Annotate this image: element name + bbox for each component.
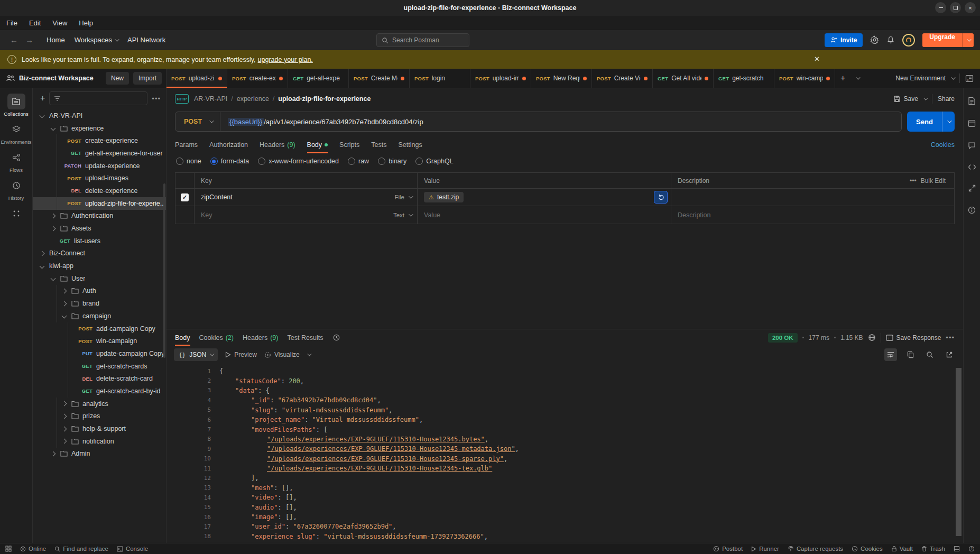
response-size[interactable]: 1.15 KB <box>840 334 863 341</box>
response-time[interactable]: 177 ms <box>809 334 829 341</box>
response-history-icon[interactable] <box>332 334 340 341</box>
upgrade-plan-link[interactable]: upgrade your plan. <box>258 56 313 63</box>
chevron-right-icon[interactable] <box>62 301 67 306</box>
sidebar-item-create-experience[interactable]: POSTcreate-experience <box>33 134 166 147</box>
sidebar-item-update-experience[interactable]: PATCHupdate-experience <box>33 160 166 172</box>
sidebar-item-upload-zip-file-for-experie[interactable]: POSTupload-zip-file-for-experie... <box>33 197 166 210</box>
sidebar-more-icon[interactable]: ••• <box>152 95 161 103</box>
sidebar-item-assets[interactable]: Assets <box>33 222 166 235</box>
tab-login[interactable]: POSTlogin <box>410 69 470 88</box>
environment-name[interactable]: New Environment <box>895 75 946 82</box>
sidebar-rail-environments[interactable]: Environments <box>1 122 31 145</box>
body-mode-binary[interactable]: binary <box>378 158 406 165</box>
tab-new-requ[interactable]: POSTNew Requ <box>531 69 592 88</box>
file-path-link[interactable]: "/uploads/experiences/EXP-9GLUEF/115310-… <box>267 445 515 453</box>
sidebar-item-kiwi-app[interactable]: kiwi-app <box>33 260 166 272</box>
tab-list-chevron-icon[interactable] <box>850 69 864 88</box>
key-cell[interactable]: zipContent <box>201 193 233 201</box>
sidebar-item-update-campaign-copy[interactable]: PUTupdate-campaign Copy <box>33 347 166 360</box>
vault-button[interactable]: Vault <box>891 546 913 552</box>
link-icon[interactable] <box>943 348 956 361</box>
tab-settings[interactable]: Settings <box>398 136 422 153</box>
file-path-link[interactable]: "/uploads/experiences/EXP-9GLUEF/115310-… <box>267 436 485 443</box>
tab-scripts[interactable]: Scripts <box>339 136 359 153</box>
sidebar-item-prizes[interactable]: prizes <box>33 410 166 423</box>
code-snippet-icon[interactable] <box>968 164 976 170</box>
sidebar-item-campaign[interactable]: campaign <box>33 310 166 322</box>
expand-panes-icon[interactable] <box>968 184 976 192</box>
sidebar-item-notification[interactable]: notification <box>33 435 166 448</box>
radio-unselected-icon[interactable] <box>415 158 423 165</box>
help-icon[interactable]: ? <box>968 546 975 552</box>
capture-requests-button[interactable]: Capture requests <box>788 546 843 552</box>
search-input[interactable]: Search Postman <box>376 33 469 47</box>
sidebar-item-win-campaign[interactable]: POSTwin-campaign <box>33 335 166 347</box>
chevron-down-icon[interactable] <box>51 126 56 131</box>
sidebar-item-delete-experience[interactable]: DELdelete-experience <box>33 184 166 197</box>
method-select[interactable]: POST <box>175 112 220 131</box>
cookies-link[interactable]: Cookies <box>931 141 955 149</box>
chevron-right-icon[interactable] <box>62 426 67 431</box>
panel-grid-icon[interactable] <box>5 546 12 552</box>
environment-chevron-icon[interactable] <box>951 75 955 79</box>
maximize-icon[interactable] <box>950 2 961 13</box>
nav-workspaces[interactable]: Workspaces <box>75 36 118 44</box>
sidebar-item-delete-scratch-card[interactable]: DELdelete-scratch-card <box>33 372 166 385</box>
invite-button[interactable]: Invite <box>825 33 863 47</box>
bulk-edit-button[interactable]: •••Bulk Edit <box>910 177 948 184</box>
workspace-name[interactable]: Biz-connect Workspace <box>19 75 101 82</box>
sidebar-rail-collections[interactable]: Collections <box>4 94 28 117</box>
type-dropdown[interactable]: File <box>394 194 412 200</box>
type-dropdown[interactable]: Text <box>393 212 412 218</box>
visualize-button[interactable]: Visualize <box>264 351 300 358</box>
runner-button[interactable]: Runner <box>751 546 779 552</box>
save-chevron-icon[interactable] <box>923 96 928 100</box>
menu-view[interactable]: View <box>52 19 67 27</box>
info-circle-icon[interactable] <box>968 206 976 214</box>
online-status[interactable]: Online <box>20 546 46 552</box>
response-tab-test-results[interactable]: Test Results <box>287 329 323 346</box>
radio-unselected-icon[interactable] <box>378 158 385 165</box>
banner-close-icon[interactable]: ✕ <box>814 55 820 63</box>
sidebar-item-biz-connect[interactable]: Biz-Connect <box>33 247 166 260</box>
body-mode-x-www-form-urlencoded[interactable]: x-www-form-urlencoded <box>258 158 339 165</box>
sidebar-item-analytics[interactable]: analytics <box>33 398 166 410</box>
chevron-down-icon[interactable] <box>40 113 45 118</box>
documentation-icon[interactable] <box>968 97 976 105</box>
copy-icon[interactable] <box>904 348 917 361</box>
breadcrumb-collection[interactable]: AR-VR-API <box>194 95 227 103</box>
tab-get-all-expe[interactable]: GETget-all-expe <box>288 69 349 88</box>
chevron-right-icon[interactable] <box>51 213 56 218</box>
response-scrollbar[interactable] <box>956 368 961 536</box>
nav-home[interactable]: Home <box>47 36 65 44</box>
sidebar-item-get-scratch-cards[interactable]: GETget-scratch-cards <box>33 360 166 373</box>
value-placeholder[interactable]: Value <box>424 211 440 219</box>
new-button[interactable]: New <box>106 72 129 85</box>
menu-help[interactable]: Help <box>79 19 93 27</box>
chevron-right-icon[interactable] <box>51 226 56 231</box>
forward-icon[interactable]: → <box>22 35 37 44</box>
radio-unselected-icon[interactable] <box>258 158 265 165</box>
save-response-button[interactable]: ↓ Save Response <box>886 334 941 341</box>
file-path-link[interactable]: "/uploads/experiences/EXP-9GLUEF/115310-… <box>267 465 492 472</box>
avatar[interactable] <box>902 34 915 47</box>
environment-quick-look-icon[interactable]: x <box>965 75 974 82</box>
tab-create-vid[interactable]: POSTCreate Vid <box>592 69 653 88</box>
tab-params[interactable]: Params <box>175 136 198 153</box>
response-tab-cookies[interactable]: Cookies(2) <box>199 329 234 346</box>
bottom-panel-icon[interactable] <box>954 546 960 552</box>
close-icon[interactable]: × <box>965 2 976 13</box>
chevron-right-icon[interactable] <box>62 413 67 419</box>
description-placeholder[interactable]: Description <box>678 211 711 219</box>
import-button[interactable]: Import <box>133 72 162 85</box>
preview-button[interactable]: Preview <box>225 351 257 358</box>
file-path-link[interactable]: "/uploads/experiences/EXP-9GLUEF/115310-… <box>267 455 504 463</box>
sidebar-item-ar-vr-api[interactable]: AR-VR-API <box>33 109 166 122</box>
send-button[interactable]: Send <box>907 112 955 132</box>
body-mode-none[interactable]: none <box>176 158 201 165</box>
body-mode-form-data[interactable]: form-data <box>210 158 249 165</box>
body-mode-raw[interactable]: raw <box>348 158 369 165</box>
menu-file[interactable]: File <box>6 19 17 27</box>
tab-upload-im[interactable]: POSTupload-im <box>470 69 531 88</box>
add-collection-icon[interactable]: + <box>40 94 45 103</box>
